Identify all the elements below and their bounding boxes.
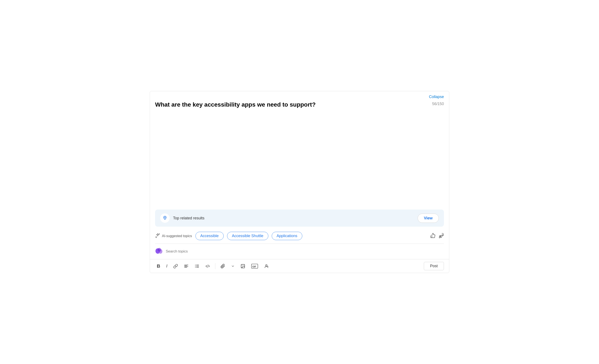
main-container: Collapse What are the key accessibility … bbox=[150, 91, 449, 273]
content-spacer bbox=[150, 108, 449, 204]
search-topics-input[interactable] bbox=[166, 249, 444, 254]
svg-text:GIF: GIF bbox=[252, 265, 256, 268]
bold-button[interactable]: B bbox=[155, 263, 162, 270]
collapse-button[interactable]: Collapse bbox=[429, 95, 444, 99]
align-left-button[interactable] bbox=[182, 263, 190, 269]
chip-applications[interactable]: Applications bbox=[272, 232, 302, 240]
ai-icon-group: AI-suggested topics bbox=[155, 233, 192, 239]
image-button[interactable] bbox=[239, 263, 247, 269]
attach-dropdown-button[interactable] bbox=[229, 264, 236, 269]
svg-point-17 bbox=[242, 265, 243, 266]
svg-line-15 bbox=[207, 265, 208, 268]
related-results-bar: Top related results View bbox=[155, 210, 444, 227]
svg-point-13 bbox=[195, 266, 196, 266]
search-topics-section[interactable] bbox=[150, 244, 449, 259]
mention-button[interactable] bbox=[262, 263, 270, 269]
gif-button[interactable]: GIF bbox=[249, 263, 260, 269]
char-count: 56/150 bbox=[432, 102, 444, 106]
post-button[interactable]: Post bbox=[424, 262, 444, 270]
attach-button[interactable] bbox=[219, 263, 227, 269]
feedback-icons bbox=[430, 233, 444, 240]
list-button[interactable] bbox=[193, 263, 201, 269]
toolbar: B I bbox=[150, 259, 449, 273]
toolbar-right: Post bbox=[424, 262, 444, 270]
svg-point-1 bbox=[165, 217, 165, 218]
toolbar-separator-1 bbox=[215, 263, 215, 269]
top-bar: Collapse bbox=[150, 91, 449, 101]
chip-accessible-shuttle[interactable]: Accessible Shuttle bbox=[227, 232, 268, 240]
related-results-text: Top related results bbox=[173, 216, 204, 221]
link-button[interactable] bbox=[172, 263, 180, 269]
question-title: What are the key accessibility apps we n… bbox=[155, 101, 316, 108]
svg-point-14 bbox=[195, 267, 196, 268]
svg-point-4 bbox=[158, 248, 161, 252]
thumbs-up-button[interactable] bbox=[430, 233, 436, 240]
related-results-left: Top related results bbox=[160, 213, 204, 223]
thumbs-down-button[interactable] bbox=[438, 233, 444, 240]
ai-sparkle-icon bbox=[155, 233, 160, 239]
view-button[interactable]: View bbox=[418, 214, 439, 223]
ai-label: AI-suggested topics bbox=[162, 234, 192, 238]
ai-topics-section: AI-suggested topics Accessible Accessibl… bbox=[150, 227, 449, 240]
chip-accessible[interactable]: Accessible bbox=[195, 232, 224, 240]
code-button[interactable] bbox=[203, 263, 212, 269]
lightbulb-icon bbox=[160, 213, 170, 223]
italic-button[interactable]: I bbox=[165, 263, 169, 269]
question-area: What are the key accessibility apps we n… bbox=[150, 101, 449, 108]
svg-point-20 bbox=[266, 265, 267, 266]
search-topics-icon bbox=[155, 247, 163, 256]
svg-point-12 bbox=[195, 265, 196, 265]
